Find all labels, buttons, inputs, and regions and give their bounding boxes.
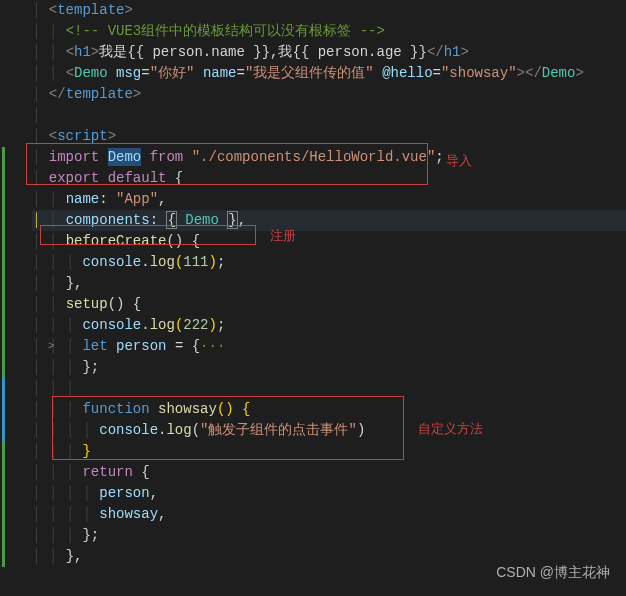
code-line[interactable]: │ │ <h1>我是{{ person.name }},我{{ person.a…	[32, 42, 626, 63]
code-line[interactable]: │ <script>	[32, 126, 626, 147]
code-line[interactable]: │ │ │ │ console.log("触发子组件的点击事件")	[32, 420, 626, 441]
code-line[interactable]: │ │ │ };	[32, 357, 626, 378]
fold-icon[interactable]: >	[48, 336, 55, 357]
code-line[interactable]: │ import Demo from "./components/HelloWo…	[32, 147, 626, 168]
code-line[interactable]: │ │ │ │ showsay,	[32, 504, 626, 525]
watermark: CSDN @博主花神	[496, 564, 610, 582]
code-line[interactable]: │ export default {	[32, 168, 626, 189]
annotation-import-label: 导入	[446, 152, 472, 170]
code-line-active[interactable]: │ │ components: { Demo },	[32, 210, 626, 231]
code-line[interactable]: │ │ beforeCreate() {	[32, 231, 626, 252]
code-line[interactable]: │ │ │ function showsay() {	[32, 399, 626, 420]
code-line[interactable]: │	[32, 105, 626, 126]
code-line[interactable]: │ │ │ console.log(111);	[32, 252, 626, 273]
gutter-change-bar	[2, 378, 5, 441]
code-line[interactable]: │ │ name: "App",	[32, 189, 626, 210]
code-line[interactable]: │ │ │ return {	[32, 462, 626, 483]
code-line[interactable]: │ │ <!-- VUE3组件中的模板结构可以没有根标签 -->	[32, 21, 626, 42]
tag-template-open: template	[57, 2, 124, 18]
code-line[interactable]: │ │ │ │ person,	[32, 483, 626, 504]
annotation-custom-label: 自定义方法	[418, 420, 483, 438]
code-line[interactable]: │ │ <Demo msg="你好" name="我是父组件传的值" @hell…	[32, 63, 626, 84]
code-line[interactable]: │ │ │ }	[32, 441, 626, 462]
vue-comment: <!-- VUE3组件中的模板结构可以没有根标签 -->	[66, 23, 385, 39]
code-line[interactable]: │ │ setup() {	[32, 294, 626, 315]
code-line[interactable]: >│ │ │ let person = {···	[32, 336, 626, 357]
code-line[interactable]: │ │ │ };	[32, 525, 626, 546]
code-line[interactable]: │ <template>	[32, 0, 626, 21]
code-line[interactable]: │ │ │	[32, 378, 626, 399]
code-editor[interactable]: │ <template> │ │ <!-- VUE3组件中的模板结构可以没有根标…	[0, 0, 626, 567]
annotation-register-label: 注册	[270, 227, 296, 245]
code-line[interactable]: │ </template>	[32, 84, 626, 105]
gutter-modified-bar	[2, 147, 5, 567]
code-line[interactable]: │ │ │ console.log(222);	[32, 315, 626, 336]
code-line[interactable]: │ │ },	[32, 273, 626, 294]
